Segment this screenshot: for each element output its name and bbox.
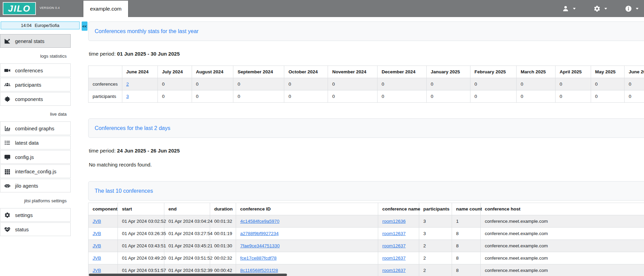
conferences-count-link[interactable]: 2 — [126, 82, 129, 87]
sidebar-item-conferences[interactable]: conferences — [0, 63, 71, 77]
line-chart-icon — [4, 38, 11, 44]
heart-pulse-icon — [4, 226, 11, 233]
column-header-end: end — [164, 203, 210, 215]
participants-cell: 2 — [419, 252, 452, 264]
monthly-stats-title-link[interactable]: Conferences monthly stats for the last y… — [95, 28, 198, 34]
conference-name-link[interactable]: room12636 — [382, 219, 406, 224]
table-row: JVB01 Apr 2024 03:26:3501 Apr 2024 03:27… — [88, 228, 644, 240]
participants-cell: 2 — [419, 264, 452, 276]
conference-id-link[interactable]: fce17ce887fcdf78 — [240, 256, 277, 261]
main-content: Conferences monthly stats for the last y… — [88, 17, 644, 276]
name-count-cell: 8 — [452, 264, 481, 276]
sidebar-item-label: status — [15, 227, 29, 232]
video-camera-icon — [4, 67, 11, 74]
tab-example-com[interactable]: example.com — [83, 1, 128, 17]
monthly-row-conferences: conferences2000000000000 — [88, 78, 644, 90]
gear-icon — [593, 5, 601, 12]
sidebar-item-label: conferences — [15, 68, 43, 73]
conference-name-link[interactable]: room12637 — [382, 256, 406, 261]
monthly-value-cell: 0 — [192, 78, 233, 90]
sidebar-item-latest-data[interactable]: latest data — [0, 136, 71, 149]
conference-host-cell: conference.meet.example.com — [481, 264, 644, 276]
column-header-august-2024: August 2024 — [192, 66, 233, 78]
name-count-cell: 8 — [452, 228, 481, 240]
name-count-cell: 8 — [452, 240, 481, 252]
settings-menu[interactable] — [593, 5, 607, 12]
monthly-value-cell: 0 — [284, 90, 328, 103]
sidebar-item-settings[interactable]: settings — [0, 208, 71, 222]
chevron-down-icon — [636, 8, 639, 10]
user-menu[interactable] — [562, 5, 576, 12]
sidebar-item-components[interactable]: components — [0, 92, 71, 106]
horizontal-scrollbar-thumb[interactable] — [89, 274, 287, 276]
sidebar-item-label: general stats — [15, 38, 44, 44]
sidebar-nav: general statslogs statisticsconferencesp… — [0, 34, 71, 237]
conference-name-link[interactable]: room12637 — [382, 243, 406, 248]
conference-id-link[interactable]: 4c14584fce9a5970 — [240, 219, 279, 224]
conference-name-link[interactable]: room12637 — [382, 231, 406, 236]
info-menu[interactable] — [625, 5, 639, 12]
monthly-time-period: time period: 01 Jun 2025 - 30 Jun 2025 — [89, 51, 644, 57]
monthly-value-cell: 2 — [122, 78, 158, 90]
conference-host-cell: conference.meet.example.com — [481, 215, 644, 228]
sidebar-item-general-stats[interactable]: general stats — [0, 34, 71, 48]
name-count-cell: 8 — [452, 252, 481, 264]
end-cell: 01 Apr 2024 03:45:21 — [164, 240, 210, 252]
sidebar-item-participants[interactable]: participants — [0, 78, 71, 91]
last-2-days-title-link[interactable]: Conferences for the last 2 days — [95, 125, 170, 131]
duration-cell: 00:02:32 — [210, 252, 236, 264]
sidebar-item-status[interactable]: status — [0, 222, 71, 236]
monthly-value-cell: 0 — [556, 90, 591, 103]
monthly-value-cell: 0 — [158, 78, 192, 90]
last-10-table: componentstartenddurationconference IDco… — [88, 203, 644, 276]
start-cell: 01 Apr 2024 03:49:20 — [118, 252, 164, 264]
duration-cell: 00:01:30 — [210, 240, 236, 252]
grid-icon — [4, 168, 11, 175]
monthly-value-cell: 0 — [426, 78, 470, 90]
component-link[interactable]: JVB — [93, 219, 101, 224]
user-icon — [562, 5, 569, 12]
conference-id-link[interactable]: a2788f9bf9927234 — [240, 231, 279, 236]
conference-name-link[interactable]: room12637 — [382, 268, 406, 273]
column-header-october-2024: October 2024 — [284, 66, 328, 78]
sidebar-item-jilo-agents[interactable]: jilo agents — [0, 179, 71, 192]
topbar-menus — [562, 0, 639, 17]
monthly-value-cell: 0 — [591, 90, 625, 103]
monthly-value-cell: 0 — [233, 90, 284, 103]
monthly-value-cell: 0 — [328, 78, 378, 90]
conference-id-cell: 4c14584fce9a5970 — [236, 215, 378, 228]
sidebar-item-config-js[interactable]: config.js — [0, 150, 71, 164]
column-header-blank — [88, 66, 122, 78]
component-link[interactable]: JVB — [93, 231, 101, 236]
component-cell: JVB — [88, 252, 118, 264]
column-header-june-2025: June 2025 — [625, 66, 644, 78]
conference-host-cell: conference.meet.example.com — [481, 240, 644, 252]
row-label: conferences — [88, 78, 122, 90]
column-header-start: start — [118, 203, 164, 215]
component-link[interactable]: JVB — [93, 268, 101, 273]
monthly-value-cell: 0 — [516, 78, 555, 90]
start-cell: 01 Apr 2024 03:02:52 — [118, 215, 164, 228]
monthly-value-cell: 0 — [625, 78, 644, 90]
column-header-participants: participants — [419, 203, 452, 215]
conference-id-link[interactable]: 7fae9ce344751330 — [240, 243, 280, 248]
no-records-message: No matching records found. — [89, 162, 644, 168]
participants-count-link[interactable]: 3 — [126, 94, 129, 99]
monthly-value-cell: 0 — [625, 90, 644, 103]
monthly-value-cell: 0 — [192, 90, 233, 103]
component-link[interactable]: JVB — [93, 243, 101, 248]
sidebar-item-interface-config-js[interactable]: interface_config.js — [0, 164, 71, 178]
sidebar-item-label: config.js — [15, 154, 34, 160]
monthly-value-cell: 0 — [556, 78, 591, 90]
sidebar-collapse-button[interactable]: << — [82, 21, 87, 31]
monthly-row-participants: participants3000000000000 — [88, 90, 644, 103]
column-header-march-2025: March 2025 — [516, 66, 555, 78]
last-10-title-link[interactable]: The last 10 conferences — [95, 188, 153, 194]
conference-id-cell: fce17ce887fcdf78 — [236, 252, 378, 264]
column-header-conference-id: conference ID — [236, 203, 378, 215]
participants-cell: 3 — [419, 215, 452, 228]
conference-id-link[interactable]: 8c116568f5201f28 — [240, 268, 278, 273]
sidebar-item-combined-graphs[interactable]: combined graphs — [0, 121, 71, 135]
component-link[interactable]: JVB — [93, 256, 101, 261]
column-header-component: component — [88, 203, 118, 215]
